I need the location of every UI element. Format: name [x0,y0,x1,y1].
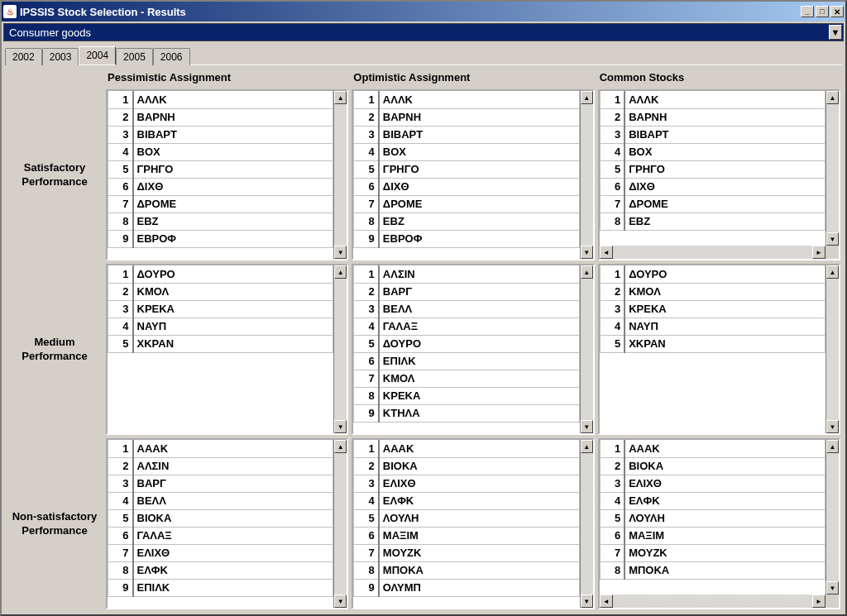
tab-2005[interactable]: 2005 [116,48,153,65]
scroll-up-icon[interactable]: ▲ [334,440,347,453]
vertical-scrollbar[interactable]: ▲▼ [825,440,839,595]
scroll-down-icon[interactable]: ▼ [581,420,593,433]
list-item[interactable]: 8ΜΠΟΚΑ [600,561,825,579]
list-nonsat-optimistic[interactable]: 1ΑΑΑΚ2ΒΙΟΚΑ3ΕΛΙΧΘ4ΕΛΦΚ5ΛΟΥΛΗ6ΜΑΞΙΜ7ΜΟΥΖΚ… [352,438,594,609]
list-item[interactable]: 6ΜΑΞΙΜ [354,527,579,544]
list-item[interactable]: 4ΒΟΧ [600,143,825,160]
list-item[interactable]: 1ΑΑΑΚ [600,440,825,457]
scroll-left-icon[interactable]: ◄ [600,246,613,259]
scroll-down-icon[interactable]: ▼ [334,246,347,259]
list-nonsat-pessimistic[interactable]: 1ΑΑΑΚ2ΑΛΣΙΝ3ΒΑΡΓ4ΒΕΛΛ5ΒΙΟΚΑ6ΓΑΛΑΞ7ΕΛΙΧΘ8… [106,438,348,609]
scroll-up-icon[interactable]: ▲ [581,440,593,453]
list-item[interactable]: 7ΔΡΟΜΕ [108,195,333,212]
list-item[interactable]: 1ΑΑΑΚ [108,440,333,457]
list-item[interactable]: 3ΚΡΕΚΑ [108,300,333,318]
minimize-button[interactable]: _ [801,6,814,17]
list-item[interactable]: 6ΔΙΧΘ [600,178,825,195]
vertical-scrollbar[interactable]: ▲▼ [333,440,347,608]
list-item[interactable]: 6ΔΙΧΘ [108,178,333,195]
list-item[interactable]: 4ΒΕΛΛ [108,492,333,509]
list-item[interactable]: 3ΒΙΒΑΡΤ [108,126,333,143]
list-item[interactable]: 4ΕΛΦΚ [354,492,579,509]
horizontal-scrollbar[interactable]: ◄► [600,246,839,259]
list-item[interactable]: 3ΚΡΕΚΑ [600,300,825,318]
scroll-up-icon[interactable]: ▲ [826,91,839,104]
list-item[interactable]: 9ΕΠΙΛΚ [108,579,333,596]
scroll-left-icon[interactable]: ◄ [600,595,613,608]
list-item[interactable]: 5ΓΡΗΓΟ [600,160,825,178]
list-item[interactable]: 2ΚΜΟΛ [108,283,333,300]
vertical-scrollbar[interactable]: ▲▼ [580,440,593,608]
list-satisfactory-optimistic[interactable]: 1ΑΛΛΚ2ΒΑΡΝΗ3ΒΙΒΑΡΤ4ΒΟΧ5ΓΡΗΓΟ6ΔΙΧΘ7ΔΡΟΜΕ8… [352,89,594,260]
list-item[interactable]: 8ΕΒΖ [600,212,825,230]
list-item[interactable]: 4ΝΑΥΠ [600,318,825,335]
list-item[interactable]: 1ΔΟΥΡΟ [600,265,825,283]
tab-2006[interactable]: 2006 [153,48,190,65]
list-item[interactable]: 2ΒΙΟΚΑ [600,457,825,475]
list-item[interactable]: 7ΜΟΥΖΚ [354,544,579,561]
list-item[interactable]: 5ΓΡΗΓΟ [354,160,579,178]
list-nonsat-common[interactable]: 1ΑΑΑΚ2ΒΙΟΚΑ3ΕΛΙΧΘ4ΕΛΦΚ5ΛΟΥΛΗ6ΜΑΞΙΜ7ΜΟΥΖΚ… [598,438,840,609]
scroll-down-icon[interactable]: ▼ [334,595,347,608]
list-item[interactable]: 2ΒΑΡΓ [354,283,579,300]
list-item[interactable]: 3ΕΛΙΧΘ [600,475,825,492]
scroll-down-icon[interactable]: ▼ [581,246,593,259]
list-item[interactable]: 7ΕΛΙΧΘ [108,544,333,561]
list-item[interactable]: 4ΓΑΛΑΞ [354,318,579,335]
list-item[interactable]: 3ΒΑΡΓ [108,475,333,492]
vertical-scrollbar[interactable]: ▲▼ [580,265,593,433]
scroll-down-icon[interactable]: ▼ [826,232,839,246]
tab-2002[interactable]: 2002 [5,48,42,65]
list-item[interactable]: 8ΚΡΕΚΑ [354,387,579,404]
list-item[interactable]: 1ΑΛΛΚ [354,91,579,108]
scroll-down-icon[interactable]: ▼ [826,420,839,433]
list-item[interactable]: 5ΓΡΗΓΟ [108,160,333,178]
list-item[interactable]: 2ΒΑΡΝΗ [354,108,579,126]
list-item[interactable]: 4ΕΛΦΚ [600,492,825,509]
list-item[interactable]: 3ΒΕΛΛ [354,300,579,318]
list-item[interactable]: 5ΒΙΟΚΑ [108,509,333,527]
list-item[interactable]: 2ΚΜΟΛ [600,283,825,300]
list-medium-pessimistic[interactable]: 1ΔΟΥΡΟ2ΚΜΟΛ3ΚΡΕΚΑ4ΝΑΥΠ5ΧΚΡΑΝ▲▼ [106,264,348,435]
list-item[interactable]: 5ΛΟΥΛΗ [354,509,579,527]
list-item[interactable]: 8ΕΛΦΚ [108,561,333,579]
list-item[interactable]: 8ΕΒΖ [108,212,333,230]
list-satisfactory-pessimistic[interactable]: 1ΑΛΛΚ2ΒΑΡΝΗ3ΒΙΒΑΡΤ4ΒΟΧ5ΓΡΗΓΟ6ΔΙΧΘ7ΔΡΟΜΕ8… [106,89,348,260]
scroll-up-icon[interactable]: ▲ [581,91,593,104]
list-item[interactable]: 1ΔΟΥΡΟ [108,265,333,283]
tab-2003[interactable]: 2003 [42,48,79,65]
list-item[interactable]: 7ΚΜΟΛ [354,370,579,387]
list-item[interactable]: 4ΒΟΧ [108,143,333,160]
list-item[interactable]: 2ΒΑΡΝΗ [108,108,333,126]
close-button[interactable]: ✕ [830,6,844,17]
scroll-right-icon[interactable]: ► [812,595,825,608]
list-item[interactable]: 3ΒΙΒΑΡΤ [600,126,825,143]
list-item[interactable]: 5ΔΟΥΡΟ [354,335,579,352]
tab-2004[interactable]: 2004 [79,46,116,64]
list-item[interactable]: 3ΕΛΙΧΘ [354,475,579,492]
list-item[interactable]: 2ΒΑΡΝΗ [600,108,825,126]
list-item[interactable]: 4ΒΟΧ [354,143,579,160]
scroll-up-icon[interactable]: ▲ [334,91,347,104]
list-item[interactable]: 9ΕΒΡΟΦ [108,230,333,247]
list-item[interactable]: 4ΝΑΥΠ [108,318,333,335]
vertical-scrollbar[interactable]: ▲▼ [825,265,839,433]
sector-dropdown[interactable]: Consumer goods ▼ [3,23,844,41]
list-item[interactable]: 3ΒΙΒΑΡΤ [354,126,579,143]
scroll-down-icon[interactable]: ▼ [334,420,347,433]
list-medium-optimistic[interactable]: 1ΑΛΣΙΝ2ΒΑΡΓ3ΒΕΛΛ4ΓΑΛΑΞ5ΔΟΥΡΟ6ΕΠΙΛΚ7ΚΜΟΛ8… [352,264,594,435]
scroll-down-icon[interactable]: ▼ [826,581,839,595]
list-item[interactable]: 6ΓΑΛΑΞ [108,527,333,544]
vertical-scrollbar[interactable]: ▲▼ [333,265,347,433]
list-item[interactable]: 6ΕΠΙΛΚ [354,352,579,370]
list-item[interactable]: 2ΑΛΣΙΝ [108,457,333,475]
list-item[interactable]: 1ΑΛΣΙΝ [354,265,579,283]
list-item[interactable]: 6ΜΑΞΙΜ [600,527,825,544]
list-item[interactable]: 2ΒΙΟΚΑ [354,457,579,475]
list-item[interactable]: 7ΜΟΥΖΚ [600,544,825,561]
list-item[interactable]: 9ΟΛΥΜΠ [354,579,579,596]
chevron-down-icon[interactable]: ▼ [829,25,842,40]
list-item[interactable]: 7ΔΡΟΜΕ [600,195,825,212]
maximize-button[interactable]: □ [816,6,829,17]
list-item[interactable]: 5ΧΚΡΑΝ [108,335,333,352]
